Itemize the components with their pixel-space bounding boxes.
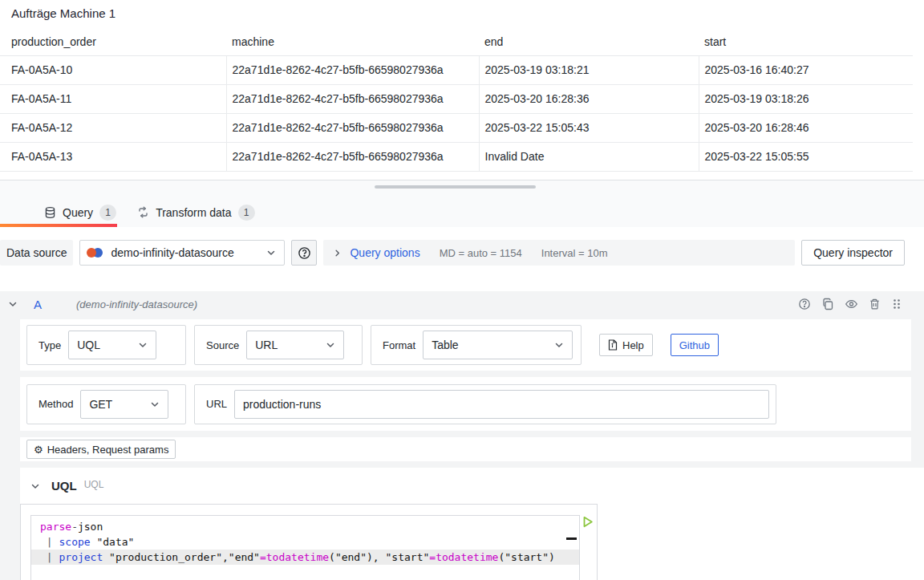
run-query-icon[interactable] xyxy=(582,516,594,528)
table-cell: 22a71d1e-8262-4c27-b5fb-66598027936a xyxy=(226,142,479,171)
uql-section-meta: UQL xyxy=(84,479,104,490)
format-field-group: Format Table xyxy=(371,325,582,365)
uql-code: parse-json | scope "data" | project "pro… xyxy=(31,516,579,565)
editor-row-type-source-format: Type UQL Source URL Format Table xyxy=(20,319,911,371)
code-token: = xyxy=(429,551,436,563)
chevron-down-icon xyxy=(150,400,160,409)
type-label: Type xyxy=(34,339,61,351)
query-options-interval: Interval = 10m xyxy=(541,247,608,259)
code-token: "data" xyxy=(91,536,135,548)
gear-icon: ⚙ xyxy=(34,444,43,455)
results-table: production_ordermachineendstart FA-0A5A-… xyxy=(0,33,913,172)
process-icon xyxy=(137,206,149,218)
delete-query-icon[interactable] xyxy=(869,298,881,310)
toggle-visibility-icon[interactable] xyxy=(845,298,858,310)
table-cell: FA-0A5A-10 xyxy=(0,55,226,84)
code-token: = xyxy=(260,551,266,563)
code-token: project xyxy=(59,551,103,563)
editor-row-headers: ⚙ Headers, Request params xyxy=(20,437,911,461)
drag-handle-icon[interactable] xyxy=(891,298,902,310)
code-token: ("end"), "start" xyxy=(329,551,429,563)
query-options-toggle[interactable]: Query options MD = auto = 1154 Interval … xyxy=(323,240,795,266)
query-row-header[interactable]: A (demo-infinity-datasource) xyxy=(0,291,924,317)
code-token: "production_order","end" xyxy=(103,551,260,563)
query-row-actions xyxy=(798,298,902,310)
query-help-icon[interactable] xyxy=(798,298,811,310)
table-header-row: production_ordermachineendstart xyxy=(0,33,913,55)
table-cell: 22a71d1e-8262-4c27-b5fb-66598027936a xyxy=(226,55,479,84)
method-select-value: GET xyxy=(89,398,150,411)
query-editor-section: A (demo-infinity-datasource) xyxy=(0,291,924,580)
type-field-group: Type UQL xyxy=(26,325,186,365)
datasource-label: Data source xyxy=(0,240,73,266)
table-cell: Invalid Date xyxy=(479,142,699,171)
pane-splitter xyxy=(0,180,924,197)
tab-query[interactable]: Query 1 xyxy=(44,205,116,221)
uql-section-header[interactable]: UQL UQL xyxy=(30,479,924,493)
code-line[interactable]: | project "production_order","end"=todat… xyxy=(31,550,579,565)
github-button[interactable]: Github xyxy=(671,334,719,356)
method-select[interactable]: GET xyxy=(80,390,168,419)
table-body: FA-0A5A-1022a71d1e-8262-4c27-b5fb-665980… xyxy=(0,55,913,171)
table-column-header[interactable]: production_order xyxy=(0,33,226,55)
code-line[interactable]: | scope "data" xyxy=(31,534,579,550)
chevron-down-icon xyxy=(554,340,564,350)
headers-request-params-button[interactable]: ⚙ Headers, Request params xyxy=(26,440,176,459)
uql-code-editor[interactable]: parse-json | scope "data" | project "pro… xyxy=(30,515,580,580)
url-input[interactable] xyxy=(234,390,769,419)
tab-query-count-badge: 1 xyxy=(99,205,116,221)
duplicate-query-icon[interactable] xyxy=(821,298,834,310)
datasource-picker[interactable]: demo-infinity-datasource xyxy=(79,240,285,266)
query-inspector-button[interactable]: Query inspector xyxy=(801,240,905,266)
code-token: ("start") xyxy=(498,551,554,563)
table-column-header[interactable]: end xyxy=(479,33,699,55)
pane-resize-handle[interactable] xyxy=(375,185,536,189)
format-select[interactable]: Table xyxy=(423,331,573,359)
help-button-label: Help xyxy=(622,339,644,351)
uql-section-title: UQL xyxy=(51,479,77,493)
overview-ruler-mark xyxy=(566,537,577,540)
table-cell: FA-0A5A-13 xyxy=(0,142,226,171)
tab-transform-label: Transform data xyxy=(156,206,231,219)
datasource-help-button[interactable] xyxy=(291,240,317,266)
datasource-bar: Data source demo-infinity-datasource Que… xyxy=(0,240,924,266)
table-cell: 2025-03-22 15:05:43 xyxy=(479,113,699,142)
tab-query-label: Query xyxy=(63,206,93,219)
code-token: todatetime xyxy=(266,551,329,563)
help-button[interactable]: Help xyxy=(599,334,653,356)
document-icon xyxy=(608,339,618,351)
angle-right-icon xyxy=(333,249,342,258)
format-select-value: Table xyxy=(432,339,554,351)
method-label: Method xyxy=(34,398,73,410)
query-options-md: MD = auto = 1154 xyxy=(440,247,522,259)
source-select[interactable]: URL xyxy=(246,331,344,359)
table-cell: 2025-03-16 16:40:27 xyxy=(699,55,913,84)
code-token: | xyxy=(40,551,59,563)
query-options-label: Query options xyxy=(350,246,419,259)
table-row: FA-0A5A-1022a71d1e-8262-4c27-b5fb-665980… xyxy=(0,55,913,84)
type-select[interactable]: UQL xyxy=(68,331,156,359)
query-ref-id: A xyxy=(34,298,42,311)
url-field-group: URL xyxy=(194,384,776,424)
datasource-picker-value: demo-infinity-datasource xyxy=(111,246,260,259)
code-line[interactable]: parse-json xyxy=(31,519,579,534)
table-cell: 2025-03-20 16:28:46 xyxy=(699,113,913,142)
table-row: FA-0A5A-1322a71d1e-8262-4c27-b5fb-665980… xyxy=(0,142,913,171)
code-token: | xyxy=(40,536,59,548)
table-cell: 2025-03-20 16:28:36 xyxy=(479,84,699,113)
infinity-datasource-logo xyxy=(87,247,104,258)
method-field-group: Method GET xyxy=(26,384,186,424)
format-label: Format xyxy=(378,339,415,351)
tab-transform-data[interactable]: Transform data 1 xyxy=(137,205,254,221)
table-column-header[interactable]: machine xyxy=(226,33,479,55)
code-token: parse xyxy=(40,521,71,533)
chevron-down-icon xyxy=(138,340,148,350)
panel-title[interactable]: Aufträge Machine 1 xyxy=(11,6,116,20)
source-label: Source xyxy=(201,339,239,351)
tab-transform-count-badge: 1 xyxy=(238,205,255,221)
collapse-chevron-icon[interactable] xyxy=(30,481,40,491)
code-token: todatetime xyxy=(436,551,498,563)
collapse-chevron-icon[interactable] xyxy=(8,299,18,309)
table-cell: 2025-03-19 03:18:21 xyxy=(479,55,699,84)
table-column-header[interactable]: start xyxy=(699,33,913,55)
